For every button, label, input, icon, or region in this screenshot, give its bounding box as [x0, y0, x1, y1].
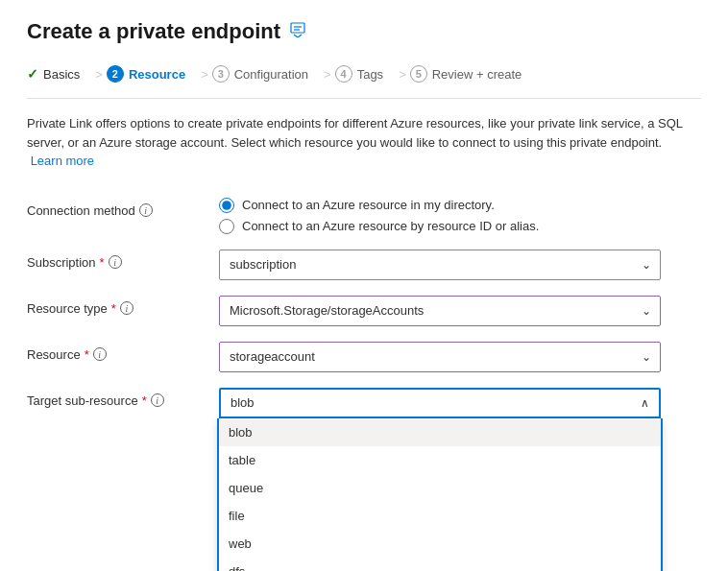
- radio-resource-id-input[interactable]: [219, 219, 234, 234]
- subscription-label: Subscription * i: [27, 250, 219, 270]
- form-section: Connection method i Connect to an Azure …: [27, 190, 701, 426]
- resource-type-dropdown-wrapper: Microsoft.Storage/storageAccounts ⌄: [219, 296, 661, 326]
- resource-type-select[interactable]: Microsoft.Storage/storageAccounts: [219, 296, 661, 326]
- resource-control: storageaccount ⌄: [219, 342, 661, 372]
- step-separator-2: >: [201, 67, 208, 82]
- target-sub-resource-list: blob table queue file web dfs: [217, 418, 663, 572]
- subscription-row: Subscription * i subscription ⌄: [27, 242, 701, 288]
- step-circle-configuration: 3: [212, 65, 230, 83]
- subscription-select[interactable]: subscription: [219, 250, 661, 280]
- learn-more-link[interactable]: Learn more: [31, 154, 94, 168]
- svg-rect-0: [291, 23, 304, 33]
- resource-type-info-icon[interactable]: i: [120, 301, 133, 315]
- dropdown-option-web[interactable]: web: [219, 530, 661, 558]
- page-title: Create a private endpoint: [27, 19, 280, 44]
- step-basics-label: Basics: [43, 67, 80, 82]
- target-sub-resource-info-icon[interactable]: i: [151, 393, 164, 407]
- resource-type-label: Resource type * i: [27, 296, 219, 316]
- dropdown-option-queue[interactable]: queue: [219, 474, 661, 502]
- target-sub-resource-trigger[interactable]: blob ∧: [219, 388, 661, 418]
- dropdown-option-dfs[interactable]: dfs: [219, 558, 661, 572]
- target-sub-resource-dropdown: blob ∧ blob table queue file web dfs: [219, 388, 661, 418]
- step-tags-label: Tags: [357, 67, 383, 82]
- resource-type-required: *: [111, 301, 116, 316]
- resource-select[interactable]: storageaccount: [219, 342, 661, 372]
- connection-method-row: Connection method i Connect to an Azure …: [27, 190, 701, 242]
- resource-row: Resource * i storageaccount ⌄: [27, 334, 701, 380]
- step-separator-4: >: [399, 67, 406, 82]
- resource-required: *: [85, 347, 89, 362]
- resource-type-row: Resource type * i Microsoft.Storage/stor…: [27, 288, 701, 334]
- radio-my-directory-input[interactable]: [219, 198, 234, 213]
- description-text: Private Link offers options to create pr…: [27, 114, 699, 171]
- page-title-row: Create a private endpoint: [27, 19, 701, 44]
- step-review-label: Review + create: [432, 67, 522, 82]
- connection-method-label: Connection method i: [27, 198, 219, 218]
- target-sub-resource-label: Target sub-resource * i: [27, 388, 219, 408]
- radio-resource-id[interactable]: Connect to an Azure resource by resource…: [219, 219, 661, 234]
- subscription-dropdown-wrapper: subscription ⌄: [219, 250, 661, 280]
- step-check-icon: ✓: [27, 66, 38, 82]
- wizard-step-configuration[interactable]: 3 Configuration: [212, 61, 320, 86]
- dropdown-option-blob[interactable]: blob: [219, 418, 661, 446]
- step-separator-1: >: [95, 67, 103, 82]
- target-sub-resource-chevron-up-icon: ∧: [641, 396, 649, 410]
- connection-method-info-icon[interactable]: i: [139, 203, 153, 217]
- radio-my-directory[interactable]: Connect to an Azure resource in my direc…: [219, 198, 661, 213]
- wizard-step-tags[interactable]: 4 Tags: [335, 61, 395, 86]
- resource-label: Resource * i: [27, 342, 219, 362]
- wizard-step-review[interactable]: 5 Review + create: [410, 61, 534, 86]
- connection-method-control: Connect to an Azure resource in my direc…: [219, 198, 661, 234]
- target-sub-resource-required: *: [142, 393, 147, 408]
- step-circle-resource: 2: [107, 65, 124, 83]
- target-sub-resource-value: blob: [231, 395, 255, 410]
- step-circle-review: 5: [410, 65, 427, 83]
- resource-dropdown-wrapper: storageaccount ⌄: [219, 342, 661, 372]
- subscription-info-icon[interactable]: i: [109, 255, 122, 269]
- radio-resource-id-label: Connect to an Azure resource by resource…: [242, 219, 539, 233]
- page-container: Create a private endpoint ✓ Basics > 2 R…: [0, 0, 728, 445]
- subscription-required: *: [100, 255, 105, 270]
- step-configuration-label: Configuration: [234, 67, 308, 82]
- feedback-icon[interactable]: [290, 22, 305, 41]
- wizard-steps: ✓ Basics > 2 Resource > 3 Configuration …: [27, 61, 701, 99]
- dropdown-option-table[interactable]: table: [219, 446, 661, 474]
- subscription-control: subscription ⌄: [219, 250, 661, 280]
- step-circle-tags: 4: [335, 65, 352, 83]
- target-sub-resource-row: Target sub-resource * i blob ∧ blob tabl…: [27, 380, 701, 426]
- step-separator-3: >: [324, 67, 331, 82]
- radio-my-directory-label: Connect to an Azure resource in my direc…: [242, 198, 495, 212]
- dropdown-option-file[interactable]: file: [219, 502, 661, 530]
- wizard-step-basics[interactable]: ✓ Basics: [27, 62, 91, 85]
- resource-info-icon[interactable]: i: [93, 347, 107, 361]
- resource-type-control: Microsoft.Storage/storageAccounts ⌄: [219, 296, 661, 326]
- wizard-step-resource[interactable]: 2 Resource: [107, 61, 197, 86]
- target-sub-resource-control: blob ∧ blob table queue file web dfs: [219, 388, 661, 418]
- connection-method-radio-group: Connect to an Azure resource in my direc…: [219, 198, 661, 234]
- step-resource-label: Resource: [129, 67, 185, 82]
